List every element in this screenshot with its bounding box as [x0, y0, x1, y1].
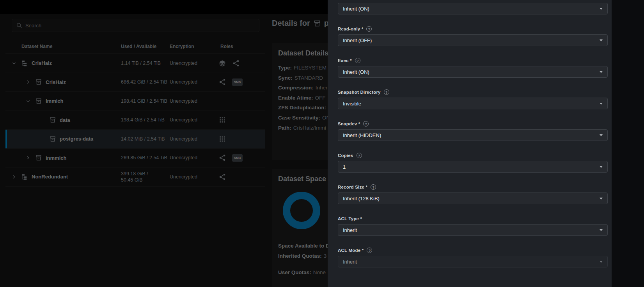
help-icon[interactable]: ?: [363, 121, 369, 127]
share-icon: [218, 78, 226, 86]
detail-value: Inher: [316, 85, 328, 91]
used-available: 399.18 GiB / 50.45 GiB: [121, 171, 170, 183]
column-used-available: Used / Available: [121, 44, 170, 49]
encryption-state: Unencrypted: [170, 79, 213, 85]
table-row[interactable]: data 198.4 GiB / 2.54 TiB Unencrypted: [5, 111, 265, 130]
dataset-tree-section: Dataset Name Used / Available Encryption…: [0, 14, 269, 287]
select-value: 1: [343, 164, 346, 170]
select-value: Inherit: [343, 259, 357, 265]
top-header-bar: [0, 0, 328, 14]
select-read-only[interactable]: Inherit (OFF): [338, 34, 608, 46]
form-field: ACL Mode * ? Inherit: [338, 248, 608, 267]
space-usage-donut: [283, 192, 320, 229]
column-dataset-name: Dataset Name: [5, 44, 121, 49]
table-header: Dataset Name Used / Available Encryption…: [5, 39, 265, 54]
chevron-down-icon: [600, 39, 603, 41]
help-icon[interactable]: ?: [371, 184, 376, 190]
field-label: Copies: [338, 153, 353, 158]
details-title-prefix: Details for: [272, 19, 310, 28]
select-exec[interactable]: Inherit (ON): [338, 66, 608, 78]
field-label: ACL Mode *: [338, 248, 364, 253]
help-icon[interactable]: ?: [366, 26, 372, 32]
select-snapshot-directory[interactable]: Invisible: [338, 98, 608, 109]
help-icon[interactable]: ?: [384, 89, 389, 95]
help-icon[interactable]: ?: [355, 58, 360, 63]
dataset-name: Immich: [46, 98, 64, 104]
detail-value: OFF: [315, 95, 326, 101]
select-atime-top[interactable]: Inherit (ON): [338, 3, 608, 14]
chevron-down-icon[interactable]: [24, 97, 32, 105]
encryption-state: Unencrypted: [170, 155, 213, 160]
field-label: Exec *: [338, 58, 352, 63]
used-available: 686.42 GiB / 2.54 TiB: [121, 79, 170, 85]
space-label: User Quotas:: [278, 269, 311, 275]
table-row[interactable]: NonRedundant 399.18 GiB / 50.45 GiB Unen…: [5, 168, 265, 187]
chevron-right-icon[interactable]: [24, 78, 32, 86]
used-available: 14.02 MiB / 2.54 TiB: [121, 136, 170, 142]
panel-right-gutter: [612, 0, 644, 287]
field-label: Snapdev *: [338, 121, 360, 126]
space-label: Inherited Quotas:: [278, 253, 322, 259]
space-value: 3: [324, 253, 327, 259]
select-value: Inherit (OFF): [343, 37, 372, 43]
table-row[interactable]: CrisHaiz 1.14 TiB / 2.54 TiB Unencrypted: [5, 54, 265, 73]
form-field: Copies ? 1: [338, 153, 608, 173]
dataset-name: postgres-data: [60, 136, 93, 142]
detail-label: Enable Atime:: [278, 95, 313, 101]
used-available: 198.4 GiB / 2.54 TiB: [121, 117, 170, 123]
help-icon[interactable]: ?: [357, 153, 362, 158]
dataset-icon: [49, 116, 56, 123]
share-icon: [218, 154, 226, 162]
select-copies[interactable]: 1: [338, 161, 608, 173]
dataset-name: CrisHaiz: [32, 60, 52, 66]
used-available: 1.14 TiB / 2.54 TiB: [121, 60, 170, 66]
column-roles: Roles: [213, 44, 265, 49]
edit-dataset-form: Inherit (ON) Read-only * ? Inherit (OFF)…: [328, 0, 612, 287]
search-box: [12, 19, 259, 32]
detail-label: ZFS Deduplication:: [278, 105, 326, 111]
chevron-right-icon[interactable]: [24, 154, 32, 162]
encryption-state: Unencrypted: [170, 174, 213, 180]
dataset-name: NonRedundant: [32, 174, 68, 180]
table-row[interactable]: CrisHaiz 686.42 GiB / 2.54 TiB Unencrypt…: [5, 73, 265, 92]
dataset-name: CrisHaiz: [46, 79, 66, 85]
pool-tree-icon: [21, 173, 28, 180]
form-field: Inherit (ON): [338, 3, 608, 14]
dataset-icon: [35, 78, 42, 86]
select-acl-mode: Inherit: [338, 256, 608, 267]
chevron-down-icon: [600, 261, 603, 263]
form-field: ACL Type * Inherit: [338, 216, 608, 236]
select-value: Inherit (128 KiB): [343, 196, 380, 201]
select-acl-type[interactable]: Inherit: [338, 224, 608, 236]
form-field: Snapdev * ? Inherit (HIDDEN): [338, 121, 608, 141]
form-field: Snapshot Directory ? Invisible: [338, 89, 608, 109]
smb-share-badge: SMB: [232, 78, 243, 86]
help-icon[interactable]: ?: [367, 248, 372, 253]
select-value: Invisible: [343, 101, 361, 107]
table-row[interactable]: inmmich 269.85 GiB / 2.54 TiB Unencrypte…: [5, 149, 265, 168]
form-field: Read-only * ? Inherit (OFF): [338, 26, 608, 46]
apps-grid-icon: [218, 116, 226, 124]
detail-label: Sync:: [278, 75, 293, 81]
apps-grid-icon: [218, 135, 226, 143]
dataset-name: data: [60, 117, 70, 123]
encryption-state: Unencrypted: [170, 136, 213, 142]
encryption-state: Unencrypted: [170, 98, 213, 104]
pool-tree-icon: [21, 60, 28, 67]
select-record-size[interactable]: Inherit (128 KiB): [338, 193, 608, 204]
form-field: Exec * ? Inherit (ON): [338, 58, 608, 78]
chevron-down-icon[interactable]: [10, 59, 18, 67]
field-label: Read-only *: [338, 27, 363, 31]
search-input[interactable]: [25, 23, 255, 29]
datasets-page: Dataset Name Used / Available Encryption…: [0, 0, 644, 287]
table-row-selected[interactable]: postgres-data 14.02 MiB / 2.54 TiB Unenc…: [5, 130, 265, 149]
detail-value: FILESYSTEM: [294, 65, 326, 71]
dataset-icon: [49, 135, 56, 143]
select-snapdev[interactable]: Inherit (HIDDEN): [338, 129, 608, 141]
table-row[interactable]: Immich 198.41 GiB / 2.54 TiB Unencrypted: [5, 92, 265, 111]
column-encryption: Encryption: [170, 44, 213, 49]
chevron-down-icon: [600, 166, 603, 168]
select-value: Inherit (ON): [343, 69, 369, 75]
chevron-right-icon[interactable]: [10, 173, 18, 181]
smb-share-badge: SMB: [232, 154, 243, 162]
